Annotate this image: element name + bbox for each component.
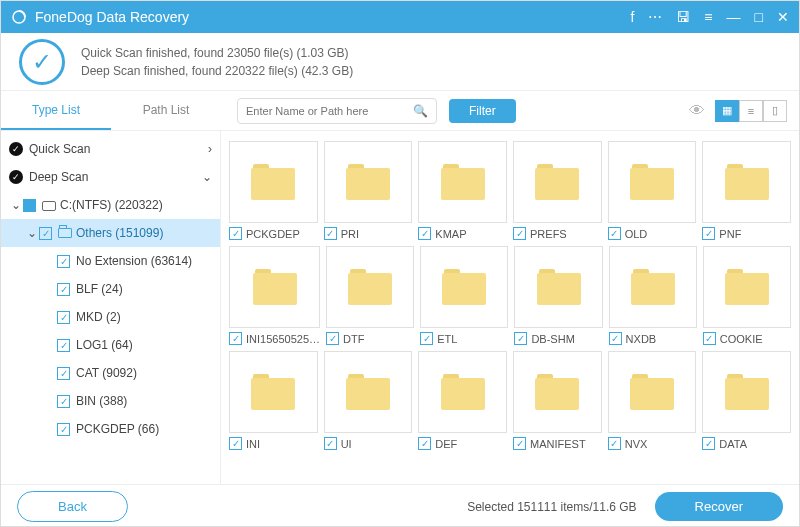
chevron-down-icon[interactable]: ⌄ — [202, 170, 212, 184]
checkbox-checked-icon[interactable] — [23, 199, 36, 212]
grid-cell[interactable]: ✓OLD — [608, 141, 697, 240]
checkbox-checked-icon[interactable]: ✓ — [514, 332, 527, 345]
grid-cell[interactable]: ✓DTF — [326, 246, 414, 345]
save-icon[interactable]: 🖫 — [676, 9, 690, 25]
grid-cell[interactable]: ✓INI — [229, 351, 318, 450]
checkbox-checked-icon[interactable]: ✓ — [608, 437, 621, 450]
checkbox-checked-icon[interactable]: ✓ — [324, 437, 337, 450]
tree-item[interactable]: ✓No Extension (63614) — [1, 247, 220, 275]
minimize-icon[interactable]: — — [727, 9, 741, 25]
folder-thumb[interactable] — [420, 246, 508, 328]
checkbox-checked-icon[interactable]: ✓ — [513, 437, 526, 450]
checkbox-checked-icon[interactable]: ✓ — [57, 367, 70, 380]
checkbox-checked-icon[interactable]: ✓ — [702, 227, 715, 240]
checkbox-checked-icon[interactable]: ✓ — [57, 339, 70, 352]
grid-cell[interactable]: ✓COOKIE — [703, 246, 791, 345]
grid-cell[interactable]: ✓PNF — [702, 141, 791, 240]
folder-thumb[interactable] — [229, 246, 320, 328]
folder-thumb[interactable] — [326, 246, 414, 328]
back-button[interactable]: Back — [17, 491, 128, 522]
tree-item[interactable]: ✓LOG1 (64) — [1, 331, 220, 359]
grid-cell[interactable]: ✓DEF — [418, 351, 507, 450]
facebook-icon[interactable]: f — [630, 9, 634, 25]
caret-down-icon[interactable]: ⌄ — [25, 226, 39, 240]
folder-thumb[interactable] — [418, 351, 507, 433]
tree-item[interactable]: ✓BLF (24) — [1, 275, 220, 303]
maximize-icon[interactable]: □ — [755, 9, 763, 25]
tree-item[interactable]: ✓CAT (9092) — [1, 359, 220, 387]
feedback-icon[interactable]: ⋯ — [648, 9, 662, 25]
tree-quick-scan[interactable]: ✓ Quick Scan › — [1, 135, 220, 163]
folder-thumb[interactable] — [324, 141, 413, 223]
folder-thumb[interactable] — [418, 141, 507, 223]
checkbox-checked-icon[interactable]: ✓ — [326, 332, 339, 345]
filter-button[interactable]: Filter — [449, 99, 516, 123]
grid-cell[interactable]: ✓NVX — [608, 351, 697, 450]
tab-type-list[interactable]: Type List — [1, 92, 111, 130]
folder-thumb[interactable] — [324, 351, 413, 433]
grid-cell[interactable]: ✓MANIFEST — [513, 351, 602, 450]
folder-thumb[interactable] — [514, 246, 602, 328]
search-box[interactable]: 🔍 — [237, 98, 437, 124]
folder-thumb[interactable] — [608, 141, 697, 223]
checkbox-checked-icon[interactable]: ✓ — [702, 437, 715, 450]
tree-item[interactable]: ✓MKD (2) — [1, 303, 220, 331]
grid-cell[interactable]: ✓PREFS — [513, 141, 602, 240]
tree-item[interactable]: ✓PCKGDEP (66) — [1, 415, 220, 443]
checkbox-checked-icon[interactable]: ✓ — [57, 423, 70, 436]
view-detail-icon[interactable]: ▯ — [763, 100, 787, 122]
checkbox-checked-icon[interactable]: ✓ — [57, 395, 70, 408]
search-icon[interactable]: 🔍 — [413, 104, 428, 118]
grid-cell[interactable]: ✓DATA — [702, 351, 791, 450]
checkbox-checked-icon[interactable]: ✓ — [57, 283, 70, 296]
checkbox-checked-icon[interactable]: ✓ — [513, 227, 526, 240]
grid-cell[interactable]: ✓UI — [324, 351, 413, 450]
folder-thumb[interactable] — [229, 141, 318, 223]
checkbox-checked-icon[interactable]: ✓ — [418, 437, 431, 450]
recover-button[interactable]: Recover — [655, 492, 783, 521]
grid-cell[interactable]: ✓NXDB — [609, 246, 697, 345]
folder-thumb[interactable] — [229, 351, 318, 433]
tree-drive[interactable]: ⌄ C:(NTFS) (220322) — [1, 191, 220, 219]
checkbox-checked-icon[interactable]: ✓ — [229, 332, 242, 345]
grid-cell[interactable]: ✓PRI — [324, 141, 413, 240]
checkbox-checked-icon[interactable]: ✓ — [57, 311, 70, 324]
folder-thumb[interactable] — [513, 141, 602, 223]
checkbox-checked-icon[interactable]: ✓ — [703, 332, 716, 345]
folder-thumb[interactable] — [608, 351, 697, 433]
checkbox-checked-icon[interactable]: ✓ — [608, 227, 621, 240]
tree-others[interactable]: ⌄ ✓ Others (151099) — [1, 219, 220, 247]
checkbox-checked-icon[interactable]: ✓ — [420, 332, 433, 345]
grid-cell[interactable]: ✓KMAP — [418, 141, 507, 240]
grid-cell[interactable]: ✓PCKGDEP — [229, 141, 318, 240]
close-icon[interactable]: ✕ — [777, 9, 789, 25]
folder-thumb[interactable] — [702, 141, 791, 223]
menu-icon[interactable]: ≡ — [704, 9, 712, 25]
sidebar-tree[interactable]: ✓ Quick Scan › ✓ Deep Scan ⌄ ⌄ C:(NTFS) … — [1, 131, 221, 484]
checkbox-checked-icon[interactable]: ✓ — [324, 227, 337, 240]
grid-cell[interactable]: ✓ETL — [420, 246, 508, 345]
checkbox-checked-icon[interactable]: ✓ — [229, 227, 242, 240]
grid-cell[interactable]: ✓INI1565052569 — [229, 246, 320, 345]
chevron-right-icon[interactable]: › — [208, 142, 212, 156]
tree-deep-scan[interactable]: ✓ Deep Scan ⌄ — [1, 163, 220, 191]
view-list-icon[interactable]: ≡ — [739, 100, 763, 122]
tree-item[interactable]: ✓BIN (388) — [1, 387, 220, 415]
folder-thumb[interactable] — [702, 351, 791, 433]
search-input[interactable] — [246, 105, 413, 117]
caret-down-icon[interactable]: ⌄ — [9, 198, 23, 212]
tab-path-list[interactable]: Path List — [111, 92, 221, 130]
folder-thumb[interactable] — [703, 246, 791, 328]
folder-thumb[interactable] — [609, 246, 697, 328]
file-grid[interactable]: ✓PCKGDEP✓PRI✓KMAP✓PREFS✓OLD✓PNF✓INI15650… — [221, 131, 799, 484]
checkbox-checked-icon[interactable]: ✓ — [39, 227, 52, 240]
checkbox-checked-icon[interactable]: ✓ — [609, 332, 622, 345]
file-name: PNF — [719, 228, 741, 240]
checkbox-checked-icon[interactable]: ✓ — [57, 255, 70, 268]
checkbox-checked-icon[interactable]: ✓ — [418, 227, 431, 240]
folder-thumb[interactable] — [513, 351, 602, 433]
grid-cell[interactable]: ✓DB-SHM — [514, 246, 602, 345]
view-grid-icon[interactable]: ▦ — [715, 100, 739, 122]
preview-toggle-icon[interactable]: 👁 — [689, 102, 705, 120]
checkbox-checked-icon[interactable]: ✓ — [229, 437, 242, 450]
